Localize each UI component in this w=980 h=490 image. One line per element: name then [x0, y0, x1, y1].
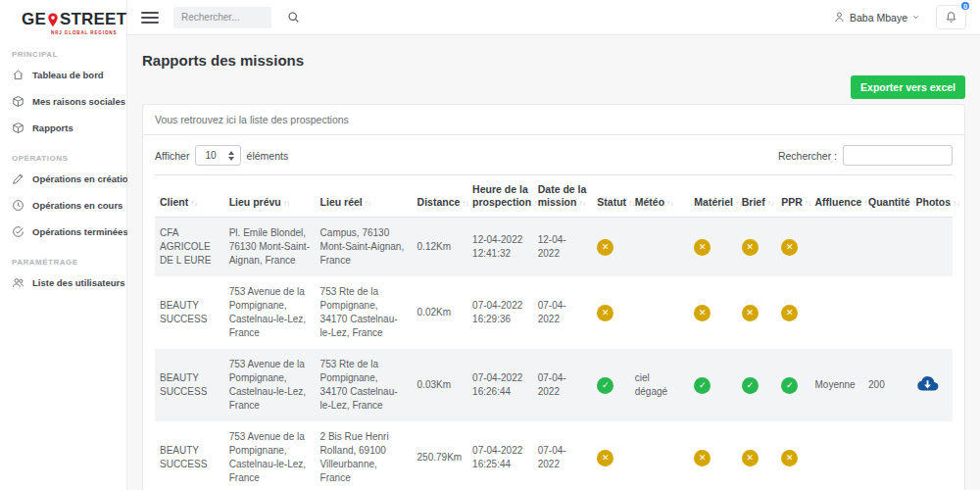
column-header[interactable]: Distance↑↓ [413, 175, 468, 218]
sidebar-item-label: Opérations en création [32, 173, 133, 184]
logo-text-prefix: GE [22, 10, 46, 29]
sidebar-item-label: Rapports [32, 122, 74, 133]
sidebar-item[interactable]: Opérations terminées42 [0, 219, 126, 245]
column-header[interactable]: Lieu prévu↑↓ [224, 175, 316, 218]
cell-meteo [630, 421, 690, 490]
sidebar-item-label: Tableau de bord [32, 70, 104, 80]
cell-date-mission: 07-04-2022 [533, 421, 593, 490]
cell-statut: ✓ [592, 349, 629, 421]
home-icon [12, 69, 24, 81]
location-pin-icon [47, 13, 59, 27]
sort-icon: ↑↓ [666, 199, 673, 208]
cell-ppr: ✕ [776, 218, 809, 277]
main-column: Baba Mbaye 0 Rapports des missions Expor… [127, 0, 980, 490]
user-icon [833, 11, 846, 24]
sort-icon: ↑↓ [578, 199, 585, 208]
cell-distance: 0.03Km [413, 349, 468, 421]
column-header[interactable]: Affluence↑↓ [810, 175, 864, 218]
check-circle-icon: ✓ [597, 377, 613, 394]
table-row: CFA AGRICOLE DE L EUREPl. Emile Blondel,… [155, 218, 953, 277]
cell-date-mission: 07-04-2022 [533, 276, 593, 349]
sort-icon: ↑↓ [767, 199, 774, 208]
sidebar-item[interactable]: Rapports [0, 115, 126, 141]
topbar: Baba Mbaye 0 [127, 0, 980, 35]
cell-heure-prospection: 07-04-2022 16:26:44 [467, 349, 533, 421]
cell-quantite [863, 218, 910, 277]
table-row: BEAUTY SUCCESS753 Avenue de la Pompignan… [155, 349, 953, 421]
cell-brief: ✓ [737, 349, 776, 421]
cell-date-mission: 07-04-2022 [533, 349, 593, 421]
cell-materiel: ✓ [689, 349, 736, 421]
sort-icon: ↑↓ [953, 199, 959, 208]
logo[interactable]: GE STREET NRJ GLOBAL REGIONS [0, 0, 126, 37]
search-icon[interactable] [287, 11, 300, 24]
sidebar-item[interactable]: Opérations en création [0, 166, 126, 192]
column-header[interactable]: Statut↑↓ [592, 175, 629, 218]
check-circle-icon: ✓ [742, 377, 759, 394]
column-header[interactable]: Brief↑↓ [737, 175, 776, 218]
cell-lieu-reel: 2 Bis Rue Henri Rolland, 69100 Villeurba… [316, 421, 413, 490]
column-header[interactable]: Client↑↓ [155, 175, 224, 218]
sidebar-item[interactable]: Opérations en cours [0, 192, 126, 219]
cell-lieu-prevu: 753 Avenue de la Pompignane, Castelnau-l… [224, 349, 316, 421]
column-header[interactable]: Quantité↑↓ [863, 175, 910, 218]
sort-icon: ↑↓ [462, 199, 468, 208]
app-root: GE STREET NRJ GLOBAL REGIONS PRINCIPALTa… [0, 0, 980, 490]
cell-quantite [863, 276, 910, 349]
x-circle-icon: ✕ [694, 305, 710, 321]
cell-affluence [810, 218, 864, 277]
prospections-card: Vous retrouvez ici la liste des prospect… [142, 104, 965, 490]
x-circle-icon: ✕ [742, 239, 759, 256]
cell-photos [911, 349, 954, 421]
sidebar-item-label: Opérations en cours [32, 200, 122, 211]
column-header[interactable]: Photos↑↓ [911, 175, 954, 218]
column-header[interactable]: Lieu réel↑↓ [316, 175, 413, 218]
table-search-input[interactable] [843, 145, 953, 166]
sidebar-item-label: Opérations terminées [32, 226, 128, 237]
length-label-after: éléments [247, 150, 289, 162]
cloud-download-icon[interactable] [916, 375, 939, 392]
x-circle-icon: ✕ [781, 450, 798, 466]
column-header[interactable]: PPR↑↓ [776, 175, 809, 218]
export-excel-button[interactable]: Exporter vers excel [851, 75, 965, 99]
menu-icon[interactable] [141, 12, 159, 24]
check-circle-icon: ✓ [694, 377, 710, 394]
cell-materiel: ✕ [689, 218, 736, 277]
user-menu[interactable]: Baba Mbaye [833, 11, 920, 24]
cell-statut: ✕ [592, 276, 629, 349]
x-circle-icon: ✕ [597, 305, 613, 321]
cell-client: BEAUTY SUCCESS [155, 349, 224, 421]
sidebar-item-label: Liste des utilisateurs [32, 277, 125, 288]
cell-photos [911, 218, 954, 277]
length-label-before: Afficher [155, 150, 189, 162]
column-header[interactable]: Météo↑↓ [630, 175, 690, 218]
x-circle-icon: ✕ [597, 239, 613, 256]
card-header: Vous retrouvez ici la liste des prospect… [143, 105, 964, 135]
page-content: Rapports des missions Exporter vers exce… [127, 35, 980, 490]
column-header[interactable]: Matériel↑↓ [689, 175, 736, 218]
column-header[interactable]: Heure de la prospection↑↓ [467, 175, 533, 218]
sidebar-item[interactable]: Mes raisons sociales [0, 88, 126, 115]
column-header[interactable]: Date de la mission↑↓ [533, 175, 593, 218]
cell-materiel: ✕ [689, 421, 736, 490]
users-icon [12, 276, 24, 289]
notifications-button[interactable]: 0 [936, 5, 966, 29]
cell-lieu-reel: Campus, 76130 Mont-Saint-Aignan, France [316, 218, 413, 277]
cell-ppr: ✕ [776, 421, 809, 490]
cell-lieu-prevu: 753 Avenue de la Pompignane, Castelnau-l… [224, 276, 316, 349]
x-circle-icon: ✕ [694, 239, 710, 256]
check-circle-icon [12, 225, 24, 238]
nav-section-label: PARAMÉTRAGE [12, 258, 126, 267]
cell-meteo [630, 218, 690, 277]
page-length-select[interactable]: 10 [195, 145, 240, 166]
missions-table: Client↑↓Lieu prévu↑↓Lieu réel↑↓Distance↑… [155, 174, 953, 490]
cell-distance: 250.79Km [413, 421, 468, 490]
sidebar-item[interactable]: Tableau de bord [0, 62, 126, 88]
page-length-control: Afficher 10 éléments [155, 145, 288, 166]
cell-ppr: ✓ [776, 349, 809, 421]
sidebar-item[interactable]: Liste des utilisateurs [0, 270, 126, 296]
search-input[interactable] [173, 7, 271, 28]
x-circle-icon: ✕ [597, 450, 613, 466]
cell-affluence [810, 421, 864, 490]
user-name: Baba Mbaye [850, 12, 907, 24]
